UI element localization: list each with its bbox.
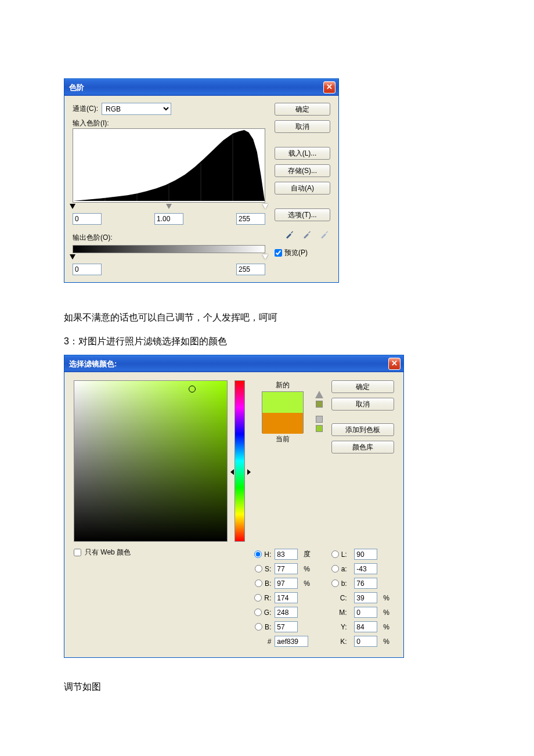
k-field[interactable] bbox=[354, 636, 377, 647]
current-color-swatch[interactable] bbox=[262, 413, 303, 434]
hex-label: # bbox=[254, 638, 271, 646]
s-radio[interactable] bbox=[255, 565, 262, 573]
colorpicker-dialog: 选择滤镜颜色: ✕ 新的 bbox=[64, 355, 404, 658]
colorpicker-title: 选择滤镜颜色: bbox=[69, 359, 117, 369]
color-field[interactable] bbox=[74, 380, 228, 542]
cancel-button[interactable]: 取消 bbox=[331, 398, 394, 411]
webonly-checkbox[interactable] bbox=[74, 549, 81, 556]
output-white-field[interactable] bbox=[236, 264, 265, 275]
paragraph-3: 调节如图 bbox=[64, 681, 470, 693]
b-rgb-label: B: bbox=[265, 623, 271, 631]
r-field[interactable] bbox=[275, 592, 298, 603]
h-label: H: bbox=[264, 550, 271, 559]
m-field[interactable] bbox=[354, 607, 377, 618]
input-gamma-field[interactable] bbox=[154, 213, 183, 225]
m-label: M: bbox=[331, 609, 347, 617]
gamut-warning-swatch[interactable] bbox=[316, 401, 323, 408]
auto-button[interactable]: 自动(A) bbox=[275, 182, 330, 195]
gamut-warning-icon[interactable] bbox=[315, 391, 323, 398]
k-label: K: bbox=[331, 638, 347, 646]
hue-slider[interactable] bbox=[234, 380, 245, 542]
output-slider-track[interactable] bbox=[73, 254, 265, 261]
y-unit: % bbox=[383, 623, 394, 631]
output-black-field[interactable] bbox=[73, 264, 102, 275]
ok-button[interactable]: 确定 bbox=[331, 380, 394, 393]
hue-indicator-right-icon[interactable] bbox=[247, 469, 251, 475]
close-icon[interactable]: ✕ bbox=[388, 358, 400, 370]
r-radio[interactable] bbox=[254, 594, 262, 602]
preview-label: 预览(P) bbox=[284, 248, 308, 258]
l-field[interactable] bbox=[354, 549, 377, 560]
hue-indicator-left-icon[interactable] bbox=[230, 469, 234, 475]
y-field[interactable] bbox=[354, 621, 377, 632]
c-unit: % bbox=[383, 594, 394, 602]
bv-field[interactable] bbox=[275, 578, 298, 589]
output-white-slider[interactable] bbox=[262, 254, 268, 260]
webonly-label: 只有 Web 颜色 bbox=[85, 548, 131, 557]
load-button[interactable]: 载入(L)... bbox=[275, 147, 330, 160]
colorpicker-titlebar[interactable]: 选择滤镜颜色: ✕ bbox=[64, 355, 403, 372]
b-lab-radio[interactable] bbox=[331, 579, 339, 587]
websafe-warning-icon[interactable] bbox=[316, 416, 323, 423]
a-radio[interactable] bbox=[331, 565, 339, 573]
m-unit: % bbox=[383, 609, 394, 617]
c-field[interactable] bbox=[354, 592, 377, 603]
g-field[interactable] bbox=[275, 607, 298, 618]
a-field[interactable] bbox=[354, 563, 377, 574]
c-label: C: bbox=[331, 594, 347, 602]
levels-title: 色阶 bbox=[69, 82, 84, 93]
output-gradient bbox=[73, 245, 265, 253]
input-levels-label: 输入色阶(I): bbox=[73, 118, 265, 128]
paragraph-1: 如果不满意的话也可以自己调节，个人发挥吧，呵呵 bbox=[64, 312, 470, 324]
color-cursor[interactable] bbox=[189, 386, 196, 393]
input-slider-track[interactable] bbox=[73, 204, 265, 211]
b-radio[interactable] bbox=[255, 623, 262, 631]
cancel-button[interactable]: 取消 bbox=[275, 120, 330, 133]
h-unit: 度 bbox=[304, 549, 314, 559]
b-rgb-field[interactable] bbox=[275, 621, 298, 632]
color-preview bbox=[262, 391, 304, 433]
input-gamma-slider[interactable] bbox=[166, 204, 172, 209]
eyedropper-black-icon[interactable] bbox=[284, 228, 295, 240]
save-button[interactable]: 存储(S)... bbox=[275, 164, 330, 177]
ok-button[interactable]: 确定 bbox=[275, 103, 330, 116]
eyedropper-gray-icon[interactable] bbox=[301, 228, 313, 240]
input-black-slider[interactable] bbox=[70, 204, 75, 209]
histogram-svg bbox=[73, 129, 265, 202]
bv-radio[interactable] bbox=[255, 579, 262, 587]
levels-titlebar[interactable]: 色阶 ✕ bbox=[64, 79, 338, 96]
s-unit: % bbox=[304, 565, 314, 573]
k-unit: % bbox=[383, 638, 394, 646]
preview-checkbox[interactable] bbox=[275, 249, 282, 257]
h-radio[interactable] bbox=[254, 550, 262, 558]
hex-field[interactable] bbox=[275, 636, 308, 647]
g-label: G: bbox=[264, 609, 272, 617]
l-radio[interactable] bbox=[331, 550, 339, 558]
bv-unit: % bbox=[304, 579, 314, 588]
histogram bbox=[73, 128, 265, 203]
input-white-slider[interactable] bbox=[262, 204, 268, 209]
paragraph-2: 3：对图片进行照片滤镜选择如图的颜色 bbox=[64, 336, 470, 348]
h-field[interactable] bbox=[275, 549, 298, 560]
add-swatch-button[interactable]: 添加到色板 bbox=[331, 423, 394, 436]
preview-checkbox-row[interactable]: 预览(P) bbox=[275, 248, 330, 258]
input-black-field[interactable] bbox=[73, 213, 102, 225]
output-black-slider[interactable] bbox=[70, 254, 75, 260]
input-white-field[interactable] bbox=[236, 213, 265, 225]
g-radio[interactable] bbox=[254, 609, 262, 616]
s-field[interactable] bbox=[275, 563, 298, 574]
b-lab-field[interactable] bbox=[354, 578, 377, 589]
close-icon[interactable]: ✕ bbox=[323, 81, 335, 93]
color-library-button[interactable]: 颜色库 bbox=[331, 441, 394, 453]
b-lab-label: b: bbox=[341, 579, 347, 588]
options-button[interactable]: 选项(T)... bbox=[275, 208, 330, 221]
channel-select[interactable]: RGB bbox=[102, 103, 171, 115]
webonly-row[interactable]: 只有 Web 颜色 bbox=[74, 548, 254, 557]
eyedropper-white-icon[interactable] bbox=[319, 228, 330, 240]
levels-dialog: 色阶 ✕ 通道(C): RGB 输入色阶(I): bbox=[64, 78, 339, 283]
new-color-swatch bbox=[262, 392, 303, 413]
bv-label: B: bbox=[265, 579, 271, 588]
y-label: Y: bbox=[331, 623, 347, 631]
current-color-label: 当前 bbox=[254, 434, 312, 444]
websafe-warning-swatch[interactable] bbox=[316, 425, 323, 432]
